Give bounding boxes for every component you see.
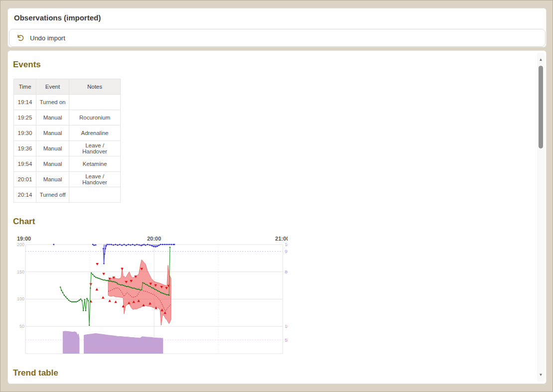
svg-text:200: 200 (17, 242, 24, 247)
undo-button-label: Undo import (30, 34, 65, 42)
svg-text:100%: 100% (285, 242, 288, 247)
events-table: TimeEventNotes 19:14Turned on19:25Manual… (13, 79, 121, 203)
svg-text:5kPa: 5kPa (285, 338, 288, 343)
undo-icon (16, 34, 24, 42)
svg-text:150: 150 (17, 269, 24, 274)
table-row: 19:25ManualRocuronium (14, 110, 121, 126)
table-cell: 19:25 (14, 110, 36, 126)
table-row: 19:36ManualLeave / Handover (14, 141, 121, 156)
table-row: 20:14Turned off (14, 187, 121, 203)
table-cell: 20:14 (14, 187, 36, 203)
table-cell: 20:01 (14, 172, 36, 187)
svg-text:21:00: 21:00 (275, 236, 288, 242)
svg-text:95%: 95% (285, 249, 288, 254)
table-cell: Leave / Handover (69, 141, 121, 156)
table-cell: Turned on (36, 95, 69, 110)
table-cell: Manual (36, 172, 69, 187)
table-row: 19:30ManualAdrenaline (14, 126, 121, 141)
table-cell: 19:54 (14, 156, 36, 172)
table-cell: Turned off (36, 187, 69, 203)
events-col-header: Time (14, 79, 36, 95)
svg-text:10kPa: 10kPa (285, 324, 288, 329)
events-table-header: TimeEventNotes (14, 79, 121, 95)
table-cell: Leave / Handover (69, 172, 121, 187)
table-cell: Manual (36, 110, 69, 126)
table-cell (69, 95, 121, 110)
scrollbar-up-icon[interactable]: ▲ (537, 56, 545, 63)
content-card: Events TimeEventNotes 19:14Turned on19:2… (7, 50, 547, 384)
table-row: 19:14Turned on (14, 95, 121, 110)
svg-text:100: 100 (17, 296, 24, 301)
trend-section-title: Trend table (13, 368, 58, 378)
table-cell: Ketamine (69, 156, 121, 172)
chart-section-title: Chart (13, 217, 35, 227)
vitals-chart: 19:0020:0021:0020015010050100%95%80%10kP… (16, 234, 288, 356)
scrollbar-down-icon[interactable]: ▼ (537, 371, 545, 379)
table-row: 19:54ManualKetamine (14, 156, 121, 172)
svg-text:50: 50 (19, 324, 24, 329)
header-card: Observations (imported) Undo import (7, 8, 547, 47)
table-cell: Manual (36, 126, 69, 141)
events-col-header: Notes (69, 79, 121, 95)
table-row: 20:01ManualLeave / Handover (14, 172, 121, 187)
table-cell: 19:30 (14, 126, 36, 141)
vertical-scrollbar[interactable]: ▲ ▼ (537, 53, 545, 382)
vitals-chart-svg: 19:0020:0021:0020015010050100%95%80%10kP… (16, 234, 288, 356)
table-cell (69, 187, 121, 203)
observations-page: Observations (imported) Undo import Even… (0, 0, 553, 392)
table-cell: 19:36 (14, 141, 36, 156)
table-cell: Manual (36, 156, 69, 172)
undo-import-button[interactable]: Undo import (9, 29, 546, 47)
svg-text:19:00: 19:00 (17, 236, 31, 242)
table-cell: Rocuronium (69, 110, 121, 126)
page-title: Observations (imported) (14, 13, 101, 22)
table-cell: Manual (36, 141, 69, 156)
table-cell: 19:14 (14, 95, 36, 110)
svg-text:80%: 80% (285, 269, 288, 274)
svg-text:20:00: 20:00 (147, 236, 161, 242)
events-section-title: Events (13, 60, 41, 70)
table-cell: Adrenaline (69, 126, 121, 141)
scrollbar-thumb[interactable] (539, 66, 543, 148)
events-col-header: Event (36, 79, 69, 95)
